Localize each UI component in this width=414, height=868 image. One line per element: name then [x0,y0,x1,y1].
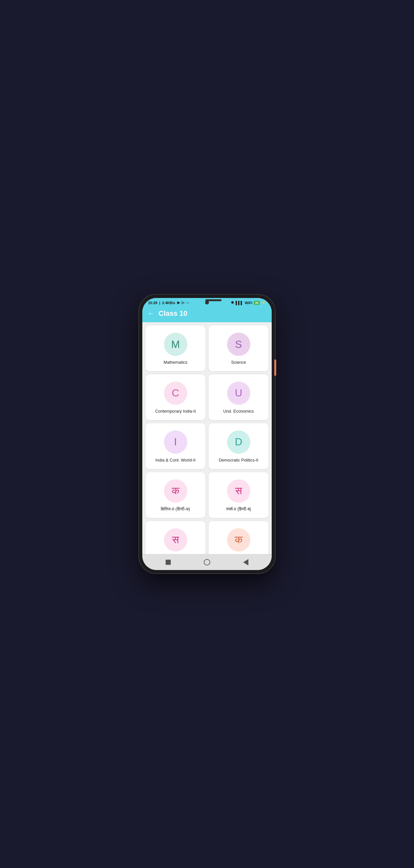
speaker [205,299,221,301]
status-speed: 2.4KB/s [162,301,175,305]
subject-label-sparsh: स्पर्श-II (हिन्दी-ब) [226,506,251,512]
play2-icon: ▷ [182,301,184,305]
phone-screen: 15:29 | 2.4KB/s ▶ ▷ ··· ✱ ▌▌▌ WiFi 86 ⚡ … [142,298,272,570]
subject-label-und-economics: Und. Economics [223,409,254,414]
status-left: 15:29 | 2.4KB/s ▶ ▷ ··· [148,301,189,305]
signal-icon: ▌▌▌ [236,301,243,305]
subject-card-kshitij[interactable]: कक्षितिज-II (हिन्दी-अ) [145,472,205,518]
subject-label-democratic-politics: Democratic Politics-II [219,458,258,463]
page-title: Class 10 [159,309,187,318]
side-button [274,360,276,376]
app-header: ← Class 10 [142,306,272,322]
play-icon: ▶ [177,301,180,305]
status-right: ✱ ▌▌▌ WiFi 86 ⚡ [231,301,266,305]
home-button[interactable] [203,558,211,567]
subject-card-india-cont-world[interactable]: IIndia & Cont. World-II [145,423,205,469]
subject-card-sparsh[interactable]: सस्पर्श-II (हिन्दी-ब) [209,472,269,518]
bluetooth-icon: ✱ [231,301,234,305]
more-icon: ··· [186,301,189,305]
back-button[interactable]: ← [147,310,154,317]
subject-card-mathematics[interactable]: MMathematics [145,326,205,371]
subject-card-kritika[interactable]: ककृतिका भाग – २ [209,521,269,554]
subject-label-contemporary-india: Contemporary India-II [155,409,196,414]
subject-card-und-economics[interactable]: UUnd. Economics [209,374,269,420]
subject-card-sanchayan[interactable]: ससंचयन भाग – २ [145,521,205,554]
subject-card-contemporary-india[interactable]: CContemporary India-II [145,374,205,420]
back-nav-button[interactable] [241,558,250,567]
wifi-icon: WiFi [245,301,252,305]
battery-bolt: ⚡ [261,301,266,305]
triangle-icon [243,559,248,565]
subject-label-mathematics: Mathematics [164,360,187,365]
status-network: | [159,301,160,305]
circle-icon [204,559,210,565]
subject-grid: MMathematicsSScienceCContemporary India-… [142,322,272,554]
subject-icon-contemporary-india: C [164,381,187,405]
square-icon [166,560,171,565]
subject-label-kshitij: क्षितिज-II (हिन्दी-अ) [161,506,190,512]
subject-icon-und-economics: U [227,381,250,405]
recents-button[interactable] [164,558,173,567]
subject-icon-mathematics: M [164,333,187,356]
subject-icon-science: S [227,333,250,356]
phone-frame: 15:29 | 2.4KB/s ▶ ▷ ··· ✱ ▌▌▌ WiFi 86 ⚡ … [139,295,275,573]
subject-icon-india-cont-world: I [164,430,187,454]
status-time: 15:29 [148,301,157,305]
subject-card-democratic-politics[interactable]: DDemocratic Politics-II [209,423,269,469]
subject-icon-kritika: क [227,528,250,552]
subject-label-science: Science [231,360,246,365]
bottom-navigation [142,554,272,570]
battery-indicator: 86 [254,301,260,305]
subject-card-science[interactable]: SScience [209,326,269,371]
subject-label-india-cont-world: India & Cont. World-II [155,458,195,463]
subject-icon-kshitij: क [164,479,187,503]
subject-icon-sanchayan: स [164,528,187,552]
subject-icon-democratic-politics: D [227,430,250,454]
subject-icon-sparsh: स [227,479,250,503]
